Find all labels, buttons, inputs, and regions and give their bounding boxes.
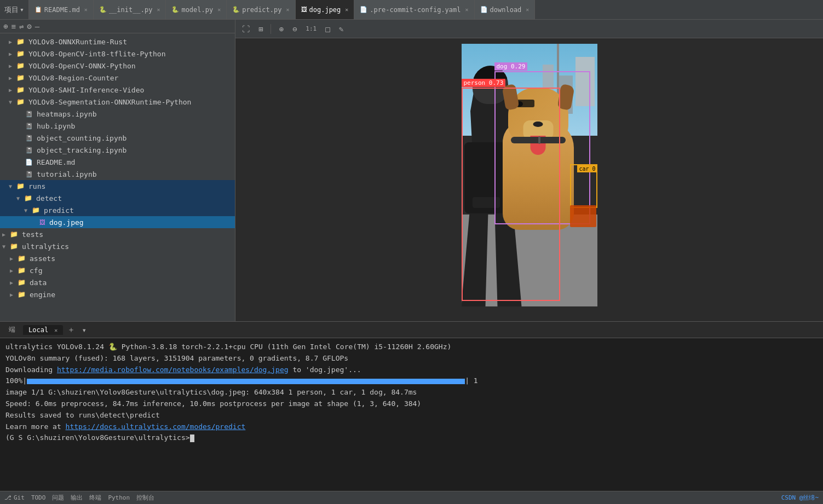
tree-item-predict[interactable]: ▼📁predict xyxy=(0,204,235,216)
tree-item-yolov8-sahi-inference-video[interactable]: ▶📁YOLOv8-SAHI-Inference-Video xyxy=(0,84,235,96)
tab-readme[interactable]: 📋README.md✕ xyxy=(29,0,94,19)
folder-icon: 📁 xyxy=(24,194,32,202)
tree-label: runs xyxy=(28,182,45,190)
tree-label: YOLOv8-Segmentation-ONNXRuntime-Python xyxy=(28,98,191,106)
project-dropdown-icon[interactable]: ▾ xyxy=(20,5,24,14)
status-terminal[interactable]: 终端 xyxy=(89,494,101,502)
terminal-tab-local[interactable]: Local ✕ xyxy=(23,325,63,335)
notebook-icon: 📓 xyxy=(25,171,33,178)
zoom-out-icon[interactable]: ⊖ xyxy=(290,24,299,34)
terminal-tabs: 端 Local ✕ ＋ ▾ xyxy=(0,322,823,338)
status-git[interactable]: ⎇ Git xyxy=(4,494,25,501)
status-console[interactable]: 控制台 xyxy=(136,494,154,502)
add-icon[interactable]: ⊕ xyxy=(3,22,8,31)
terminal-line: Results saved to runs\detect\predict xyxy=(5,410,818,421)
grid-icon[interactable]: ⊞ xyxy=(256,24,265,34)
tree-label: tests xyxy=(22,230,43,239)
tree-arrow: ▶ xyxy=(9,39,16,45)
tab-label-model: model.py xyxy=(181,6,213,14)
list-icon[interactable]: ≡ xyxy=(11,22,15,31)
notebook-icon: 📓 xyxy=(25,147,33,154)
download-link[interactable]: https://media.roboflow.com/notebooks/exa… xyxy=(57,366,289,374)
dog-left-ear xyxy=(502,84,519,111)
tab-close-predict[interactable]: ✕ xyxy=(286,7,289,13)
tree-item-heatmaps-ipynb[interactable]: 📓heatmaps.ipynb xyxy=(0,108,235,120)
folder-icon: 📁 xyxy=(16,182,25,190)
tree-item-engine[interactable]: ▶📁engine xyxy=(0,288,235,300)
terminal-line: ultralytics YOLOv8.1.24 🐍 Python-3.8.18 … xyxy=(5,341,818,353)
tree-label: tutorial.ipynb xyxy=(37,170,97,178)
tree-item-object-tracking-ipynb[interactable]: 📓object_tracking.ipynb xyxy=(0,144,235,156)
tree-label: detect xyxy=(36,194,62,202)
terminal-add-btn[interactable]: ＋ xyxy=(65,324,77,336)
terminal-line: Speed: 6.0ms preprocess, 84.7ms inferenc… xyxy=(5,398,818,410)
dog-collar xyxy=(511,137,566,143)
tab-init[interactable]: 🐍__init__.py✕ xyxy=(94,0,166,19)
tree-item-ultralytics[interactable]: ▼📁ultralytics xyxy=(0,240,235,252)
tree-arrow: ▶ xyxy=(10,256,18,262)
tree-item-tutorial-ipynb[interactable]: 📓tutorial.ipynb xyxy=(0,168,235,180)
tab-precommit[interactable]: 📄.pre-commit-config.yaml✕ xyxy=(354,0,474,19)
settings-icon[interactable]: ⚙ xyxy=(27,22,31,31)
status-todo[interactable]: TODO xyxy=(31,494,46,501)
tab-close-precommit[interactable]: ✕ xyxy=(465,7,469,13)
tree-item-runs[interactable]: ▼📁runs xyxy=(0,180,235,192)
tree-label: cfg xyxy=(30,267,42,275)
terminal-dropdown-btn[interactable]: ▾ xyxy=(79,325,88,335)
tree-item-object-counting-ipynb[interactable]: 📓object_counting.ipynb xyxy=(0,132,235,144)
tree-item-detect[interactable]: ▼📁detect xyxy=(0,192,235,204)
tree-label: dog.jpeg xyxy=(49,218,84,227)
tree-item-tests[interactable]: ▶📁tests xyxy=(0,228,235,240)
tab-download[interactable]: 📄download✕ xyxy=(475,0,536,19)
edit-icon[interactable]: ✎ xyxy=(337,24,346,34)
tree-label: YOLOv8-SAHI-Inference-Video xyxy=(28,86,144,94)
terminal-tab-duan[interactable]: 端 xyxy=(3,324,21,335)
terminal-line: YOLOv8n summary (fused): 168 layers, 315… xyxy=(5,353,818,364)
tree-label: object_counting.ipynb xyxy=(37,134,126,142)
tree-item-yolov8-onnxruntime-rust[interactable]: ▶📁YOLOv8-ONNXRuntime-Rust xyxy=(0,36,235,48)
collapse-icon[interactable]: — xyxy=(35,22,39,31)
learn-more-link[interactable]: https://docs.ultralytics.com/modes/predi… xyxy=(66,422,246,431)
status-output[interactable]: 输出 xyxy=(71,494,83,502)
tree-item-readme-md[interactable]: 📄README.md xyxy=(0,156,235,168)
zoom-fit-icon[interactable]: 1:1 xyxy=(303,24,319,33)
tree-arrow: ▶ xyxy=(9,63,16,69)
tree-label: YOLOv8-ONNXRuntime-Rust xyxy=(28,38,127,46)
status-problems[interactable]: 问题 xyxy=(52,494,64,502)
tree-arrow: ▶ xyxy=(10,292,18,298)
tab-dog[interactable]: 🖼dog.jpeg✕ xyxy=(296,0,355,19)
tree-item-yolov8-opencv-onnx-python[interactable]: ▶📁YOLOv8-OpenCV-ONNX-Python xyxy=(0,60,235,72)
project-label: 项目 ▾ xyxy=(0,0,29,19)
tab-predict[interactable]: 🐍predict.py✕ xyxy=(227,0,295,19)
frame-icon[interactable]: □ xyxy=(323,24,332,34)
swap-icon[interactable]: ⇌ xyxy=(19,22,24,31)
tab-close-readme[interactable]: ✕ xyxy=(84,7,88,13)
tree-item-cfg[interactable]: ▶📁cfg xyxy=(0,264,235,276)
terminal-line: Learn more at https://docs.ultralytics.c… xyxy=(5,421,818,433)
tree-item-yolov8-opencv-int8-tflite-python[interactable]: ▶📁YOLOv8-OpenCV-int8-tflite-Python xyxy=(0,48,235,60)
main-area: ⊕ ≡ ⇌ ⚙ — ▶📁YOLOv8-ONNXRuntime-Rust▶📁YOL… xyxy=(0,20,823,321)
tab-model[interactable]: 🐍model.py✕ xyxy=(166,0,227,19)
tab-close-init[interactable]: ✕ xyxy=(157,7,160,13)
zoom-in-icon[interactable]: ⊕ xyxy=(277,24,285,34)
sidebar-toolbar: ⊕ ≡ ⇌ ⚙ — xyxy=(0,20,235,33)
notebook-icon: 📓 xyxy=(25,123,33,130)
tree-item-yolov8-segmentation-onnxruntime-python[interactable]: ▼📁YOLOv8-Segmentation-ONNXRuntime-Python xyxy=(0,96,235,108)
tab-close-download[interactable]: ✕ xyxy=(526,7,529,13)
status-python[interactable]: Python xyxy=(108,494,130,501)
tree-label: README.md xyxy=(37,158,75,166)
tree-label: predict xyxy=(44,206,74,215)
tab-icon-predict: 🐍 xyxy=(232,6,240,13)
tab-close-dog[interactable]: ✕ xyxy=(345,7,348,13)
sidebar: ⊕ ≡ ⇌ ⚙ — ▶📁YOLOv8-ONNXRuntime-Rust▶📁YOL… xyxy=(0,20,235,321)
tree-item-dog-jpeg[interactable]: 🖼dog.jpeg xyxy=(0,216,235,228)
tree-item-yolov8-region-counter[interactable]: ▶📁YOLOv8-Region-Counter xyxy=(0,72,235,84)
tree-item-assets[interactable]: ▶📁assets xyxy=(0,252,235,264)
tree-label: object_tracking.ipynb xyxy=(37,146,126,154)
terminal-tab-local-close[interactable]: ✕ xyxy=(54,327,57,333)
tree-item-hub-ipynb[interactable]: 📓hub.ipynb xyxy=(0,120,235,132)
tab-close-model[interactable]: ✕ xyxy=(217,7,221,13)
file-tree: ▶📁YOLOv8-ONNXRuntime-Rust▶📁YOLOv8-OpenCV… xyxy=(0,33,235,321)
fullscreen-icon[interactable]: ⛶ xyxy=(240,24,252,34)
tree-item-data[interactable]: ▶📁data xyxy=(0,276,235,288)
